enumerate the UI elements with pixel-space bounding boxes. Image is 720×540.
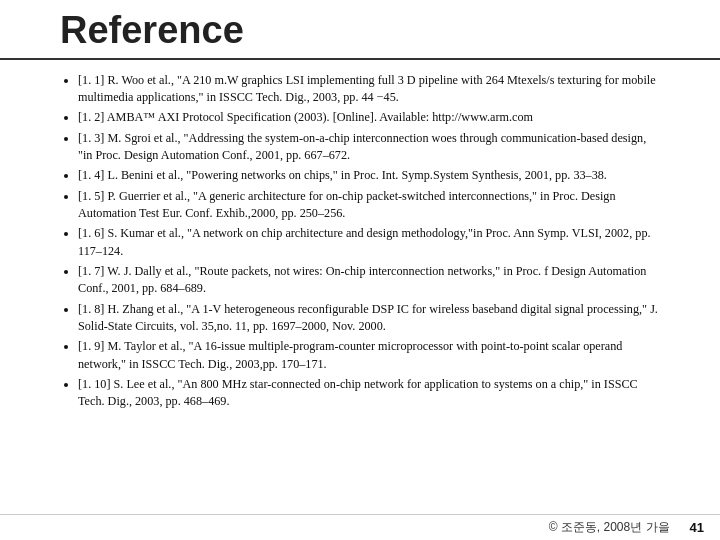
list-item: [1. 2] AMBA™ AXI Protocol Specification …: [78, 109, 660, 126]
list-item: [1. 8] H. Zhang et al., "A 1-V heterogen…: [78, 301, 660, 336]
list-item: [1. 1] R. Woo et al., "A 210 m.W graphic…: [78, 72, 660, 107]
page-title: Reference: [60, 10, 660, 52]
list-item: [1. 7] W. J. Dally et al., "Route packet…: [78, 263, 660, 298]
list-item: [1. 4] L. Benini et al., "Powering netwo…: [78, 167, 660, 184]
title-area: Reference: [0, 0, 720, 60]
content-area: [1. 1] R. Woo et al., "A 210 m.W graphic…: [0, 68, 720, 514]
list-item: [1. 3] M. Sgroi et al., "Addressing the …: [78, 130, 660, 165]
list-item: [1. 5] P. Guerrier et al., "A generic ar…: [78, 188, 660, 223]
list-item: [1. 9] M. Taylor et al., "A 16-issue mul…: [78, 338, 660, 373]
copyright-text: © 조준동, 2008년 가을: [549, 519, 670, 536]
list-item: [1. 6] S. Kumar et al., "A network on ch…: [78, 225, 660, 260]
reference-list: [1. 1] R. Woo et al., "A 210 m.W graphic…: [60, 72, 660, 411]
page-number: 41: [690, 520, 704, 535]
footer: © 조준동, 2008년 가을 41: [0, 514, 720, 540]
list-item: [1. 10] S. Lee et al., "An 800 MHz star-…: [78, 376, 660, 411]
page: Reference [1. 1] R. Woo et al., "A 210 m…: [0, 0, 720, 540]
